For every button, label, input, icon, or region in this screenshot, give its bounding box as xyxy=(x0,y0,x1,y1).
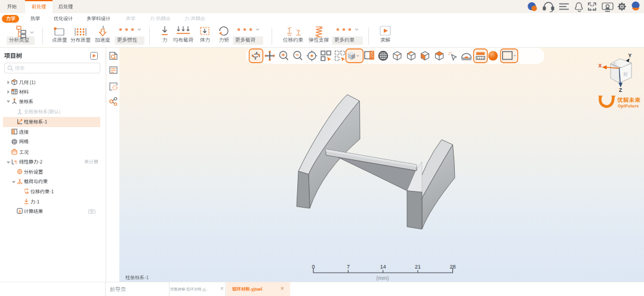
svg-text:前: 前 xyxy=(623,72,628,77)
svg-text:Z: Z xyxy=(619,87,622,93)
svg-text:X: X xyxy=(599,63,602,69)
svg-text:Y: Y xyxy=(628,53,632,58)
